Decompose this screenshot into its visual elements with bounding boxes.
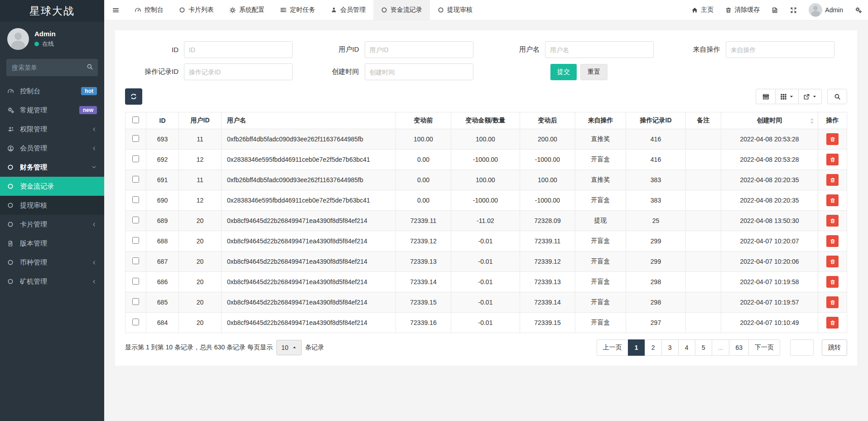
columns-dropdown-button[interactable] (775, 89, 799, 104)
page-item-上一页[interactable]: 上一页 (597, 339, 628, 356)
user-icon (331, 7, 337, 13)
cell-username: 0xb8cf94645d22b268499471ea4390f8d5f84ef2… (222, 272, 396, 292)
row-checkbox[interactable] (132, 135, 139, 142)
tab-withdraw-audit[interactable]: 提现审核 (430, 0, 480, 20)
nav-tabs: 控制台卡片列表系统配置定时任务会员管理资金流记录提现审核 (127, 0, 685, 20)
id-input[interactable] (184, 41, 293, 58)
row-checkbox[interactable] (132, 217, 139, 223)
row-select-cell (125, 211, 146, 231)
cell-username: 0xb8cf94645d22b268499471ea4390f8d5f84ef2… (222, 292, 396, 313)
row-checkbox[interactable] (132, 176, 139, 183)
online-dot-icon (34, 42, 39, 46)
cell-before: 72339.15 (396, 292, 451, 313)
trash-icon (830, 157, 835, 163)
cell-id: 693 (146, 129, 179, 150)
search-toggle-button[interactable] (827, 89, 847, 104)
jump-page-input[interactable] (790, 339, 814, 356)
page-size-select[interactable]: 10 (276, 340, 302, 355)
sidebar-item-member[interactable]: 会员管理 (0, 139, 104, 158)
delete-button[interactable] (826, 194, 839, 206)
row-checkbox[interactable] (132, 278, 139, 285)
column-header[interactable]: 创建时间 (721, 112, 818, 129)
page-item-3[interactable]: 3 (661, 339, 679, 356)
row-checkbox[interactable] (132, 298, 139, 305)
delete-button[interactable] (826, 154, 839, 165)
page-item-下一页[interactable]: 下一页 (748, 339, 780, 356)
tab-console[interactable]: 控制台 (127, 0, 171, 20)
tab-member[interactable]: 会员管理 (323, 0, 373, 20)
refresh-button[interactable] (125, 88, 142, 105)
cell-username: 0xb8cf94645d22b268499471ea4390f8d5f84ef2… (222, 313, 396, 333)
profile-menu[interactable]: Admin (803, 0, 849, 20)
sidebar-item-console[interactable]: 控制台hot (0, 82, 104, 101)
row-checkbox[interactable] (132, 257, 139, 264)
submit-button[interactable]: 提交 (550, 64, 577, 80)
menu-search-input[interactable] (6, 59, 98, 76)
username-input[interactable] (545, 41, 654, 58)
record-id-input[interactable] (184, 63, 293, 80)
tab-card-list[interactable]: 卡片列表 (171, 0, 222, 20)
export-dropdown-button[interactable] (798, 89, 822, 104)
cell-username: 0x2838346e595fbdd46911ceb0e7e2f5de7b63bc… (222, 190, 396, 211)
delete-button[interactable] (826, 235, 839, 247)
user-id-input[interactable] (365, 41, 473, 58)
page-item-63[interactable]: 63 (729, 339, 749, 356)
reset-button[interactable]: 重置 (580, 64, 608, 80)
cell-before: 0.00 (396, 170, 451, 190)
cell-username: 0xb8cf94645d22b268499471ea4390f8d5f84ef2… (222, 211, 396, 231)
delete-button[interactable] (826, 296, 839, 308)
tab-cron[interactable]: 定时任务 (272, 0, 323, 20)
sidebar-item-general[interactable]: 常规管理new (0, 101, 104, 120)
page-item-5[interactable]: 5 (695, 339, 712, 356)
fullscreen-button[interactable] (784, 0, 803, 20)
jump-button[interactable]: 跳转 (822, 339, 847, 356)
delete-button[interactable] (826, 256, 839, 267)
delete-button[interactable] (826, 215, 839, 227)
sidebar-item-finance[interactable]: 财务管理 (0, 158, 104, 177)
delete-button[interactable] (826, 133, 839, 145)
delete-button[interactable] (826, 276, 839, 288)
caret-down-icon (812, 94, 817, 99)
row-select-cell (125, 170, 146, 190)
toggle-view-button[interactable] (756, 89, 776, 104)
sidebar-item-coin[interactable]: 币种管理 (0, 253, 104, 272)
sidebar-item-miner[interactable]: 矿机管理 (0, 272, 104, 291)
user-panel: Admin 在线 (0, 22, 104, 54)
table-toolbar (125, 88, 847, 105)
page-item-1[interactable]: 1 (628, 339, 645, 356)
cell-record-id: 416 (626, 129, 686, 150)
app-root: 星球大战 Admin 在线 控制台hot常规管理new权限管理会员管理财务管理资… (0, 0, 868, 421)
sidebar-item-moneylog[interactable]: 资金流记录 (0, 177, 104, 196)
tab-moneylog[interactable]: 资金流记录 (373, 0, 430, 20)
source-input[interactable] (726, 41, 834, 58)
page-item-4[interactable]: 4 (678, 339, 695, 356)
sidebar-item-version[interactable]: 版本管理 (0, 234, 104, 253)
home-button[interactable]: 主页 (685, 0, 719, 20)
row-checkbox[interactable] (132, 319, 139, 325)
cell-user-id: 20 (179, 231, 222, 252)
page-size-value: 10 (281, 344, 289, 351)
sidebar-item-card[interactable]: 卡片管理 (0, 215, 104, 234)
delete-button[interactable] (826, 174, 839, 186)
menu-badge: new (79, 106, 97, 114)
hamburger-menu-icon[interactable] (104, 0, 127, 20)
page-item-2[interactable]: 2 (645, 339, 662, 356)
sidebar-item-withdraw-audit[interactable]: 提现审核 (0, 196, 104, 215)
cell-remark (686, 129, 721, 150)
cell-amount: -0.01 (451, 313, 520, 333)
created-input[interactable] (365, 63, 473, 80)
filter-buttons: 提交 重置 (486, 63, 667, 80)
row-checkbox[interactable] (132, 196, 139, 203)
row-checkbox[interactable] (132, 237, 139, 244)
row-checkbox[interactable] (132, 155, 139, 162)
delete-button[interactable] (826, 317, 839, 329)
select-all-checkbox[interactable] (132, 116, 139, 123)
docs-button[interactable] (766, 0, 784, 20)
settings-button[interactable] (849, 0, 868, 20)
tab-system-config[interactable]: 系统配置 (222, 0, 272, 20)
cell-user-id: 20 (179, 252, 222, 272)
clear-cache-button[interactable]: 清除缓存 (719, 0, 766, 20)
sidebar-item-auth[interactable]: 权限管理 (0, 120, 104, 139)
cell-username: 0xfb26bff4db5fadc090d93ee262f11637644985… (222, 129, 396, 150)
trash-icon (830, 198, 835, 203)
